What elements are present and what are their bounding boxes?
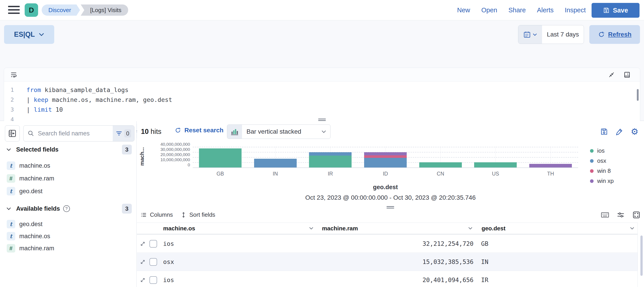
- bar-segment-osx-IN[interactable]: [254, 159, 297, 167]
- filter-count-badge: 0: [124, 129, 131, 137]
- gear-icon[interactable]: ⚙: [630, 127, 639, 136]
- documentation-icon[interactable]: i: [624, 71, 631, 79]
- column-header-machine-ram[interactable]: machine.ram: [322, 223, 358, 234]
- refresh-button[interactable]: Refresh: [589, 25, 640, 44]
- row-checkbox[interactable]: [150, 258, 157, 266]
- chevron-down-icon: [6, 207, 11, 210]
- column-header-machine-os[interactable]: machine.os: [163, 223, 195, 234]
- keyboard-icon[interactable]: [601, 211, 609, 219]
- reset-search-button[interactable]: Reset search: [174, 127, 224, 134]
- field-item-machine-os[interactable]: t machine.os: [0, 161, 137, 171]
- number-field-token-icon: #: [7, 174, 15, 183]
- bar-segment-ios-GB[interactable]: [199, 148, 242, 167]
- menu-icon[interactable]: [8, 6, 20, 15]
- results-panel: 10 hits Reset search: [137, 121, 644, 287]
- text-field-token-icon: t: [7, 161, 15, 170]
- bar-segment-win-xp-TH[interactable]: [529, 164, 572, 167]
- field-item-geo-dest[interactable]: t geo.dest: [0, 186, 137, 196]
- editor-code-area[interactable]: 1 from kibana_sample_data_logs 2 | keep …: [4, 81, 640, 124]
- chevron-down-icon[interactable]: [468, 227, 472, 230]
- alerts-button[interactable]: Alerts: [537, 6, 554, 14]
- selected-fields-header[interactable]: Selected fields 3: [0, 144, 137, 155]
- available-fields-header[interactable]: Available fields ? 3: [0, 204, 137, 214]
- legend-label: ios: [597, 147, 604, 154]
- sort-fields-button[interactable]: Sort fields: [181, 211, 215, 218]
- table-header: machine.os machine.ram geo.dest: [137, 223, 638, 234]
- open-button[interactable]: Open: [481, 6, 497, 14]
- query-language-button[interactable]: ES|QL: [4, 25, 54, 44]
- field-item-machine-ram[interactable]: # machine.ram: [0, 243, 137, 253]
- row-checkbox[interactable]: [150, 240, 157, 248]
- inspect-button[interactable]: Inspect: [565, 6, 586, 14]
- chart-type-select[interactable]: Bar vertical stacked: [227, 124, 330, 139]
- edit-visualization-icon[interactable]: [615, 127, 624, 136]
- bar-segment-ios-US[interactable]: [474, 162, 517, 167]
- bar-segment-osx-IR[interactable]: [309, 152, 352, 156]
- x-axis-ticks: GBINIRIDCNUSTH: [193, 171, 578, 178]
- chevron-down-icon[interactable]: [630, 227, 634, 230]
- table-row[interactable]: osx 15,032,385,536 IN: [137, 253, 638, 271]
- field-item-geo-dest[interactable]: t geo.dest: [0, 219, 137, 229]
- search-icon: [28, 130, 34, 137]
- fullscreen-icon[interactable]: [632, 211, 640, 219]
- date-picker: Last 7 days: [518, 25, 584, 44]
- legend-item-ios[interactable]: ios: [590, 146, 644, 156]
- legend-label: osx: [597, 157, 606, 164]
- text-field-token-icon: t: [7, 187, 15, 195]
- legend-item-osx[interactable]: osx: [590, 156, 644, 166]
- chart-plot[interactable]: [193, 143, 578, 168]
- collapse-sidebar-icon[interactable]: [5, 125, 20, 141]
- field-filter-button[interactable]: 0: [113, 126, 134, 141]
- date-picker-calendar-button[interactable]: [518, 25, 542, 44]
- new-button[interactable]: New: [457, 6, 470, 14]
- hits-count: 10 hits: [141, 128, 161, 136]
- table-scroll-divider: [638, 223, 638, 287]
- table-row[interactable]: ios 32,212,254,720 GB: [137, 235, 638, 253]
- minimize-editor-icon[interactable]: [608, 71, 615, 78]
- search-input[interactable]: Search field names: [24, 126, 113, 141]
- help-icon[interactable]: ?: [63, 205, 70, 212]
- legend-item-win-8[interactable]: win 8: [590, 166, 644, 176]
- text-field-token-icon: t: [7, 220, 15, 228]
- breadcrumb-discover[interactable]: Discover: [42, 4, 80, 16]
- table-toolbar: Columns Sort fields: [137, 210, 644, 222]
- save-visualization-icon[interactable]: [600, 127, 608, 136]
- table-row[interactable]: ios 20,401,094,656 IR: [137, 271, 638, 287]
- fields-sidebar: Search field names 0 Selected fields 3 t…: [0, 121, 137, 287]
- row-checkbox[interactable]: [150, 276, 157, 284]
- space-avatar[interactable]: D: [25, 3, 38, 17]
- word-wrap-icon[interactable]: [10, 71, 18, 79]
- y-tick-label: 10,000,000,000: [141, 157, 190, 162]
- hits-toolbar: 10 hits Reset search: [137, 124, 644, 139]
- chevron-down-icon[interactable]: [309, 227, 314, 230]
- chart-legend: iososxwin 8win xp: [590, 146, 644, 186]
- share-button[interactable]: Share: [508, 6, 526, 14]
- y-tick-label: 20,000,000,000: [141, 152, 190, 157]
- row-settings-icon[interactable]: [617, 211, 625, 219]
- chevron-down-icon: [6, 148, 11, 151]
- bar-segment-osx-ID[interactable]: [364, 158, 407, 167]
- svg-text:i: i: [627, 72, 629, 76]
- x-tick-label: IR: [303, 171, 358, 177]
- bar-segment-ios-IR[interactable]: [309, 156, 352, 167]
- column-header-geo-dest[interactable]: geo.dest: [482, 223, 506, 234]
- field-item-machine-ram[interactable]: # machine.ram: [0, 174, 137, 183]
- chart-resize-handle[interactable]: [386, 206, 394, 209]
- columns-button[interactable]: Columns: [140, 211, 173, 218]
- bar-segment-ios-CN[interactable]: [419, 162, 462, 167]
- code-line: 2 | keep machine.os, machine.ram, geo.de…: [4, 95, 640, 105]
- expand-row-icon[interactable]: [140, 277, 146, 283]
- save-button[interactable]: Save: [592, 3, 640, 18]
- time-range-label[interactable]: Last 7 days: [542, 25, 584, 44]
- editor-scrollbar[interactable]: [637, 89, 638, 101]
- expand-row-icon[interactable]: [140, 241, 146, 247]
- field-item-machine-os[interactable]: t machine.os: [0, 231, 137, 241]
- bar-segment-win-xp-ID[interactable]: [364, 152, 407, 155]
- bar-chart-icon: [227, 125, 242, 139]
- calendar-icon: [523, 31, 531, 38]
- table-scrollbar[interactable]: [640, 236, 643, 276]
- legend-item-win-xp[interactable]: win xp: [590, 176, 644, 186]
- refresh-icon: [598, 31, 605, 38]
- bar-segment-win-8-ID[interactable]: [364, 155, 407, 158]
- expand-row-icon[interactable]: [140, 259, 146, 265]
